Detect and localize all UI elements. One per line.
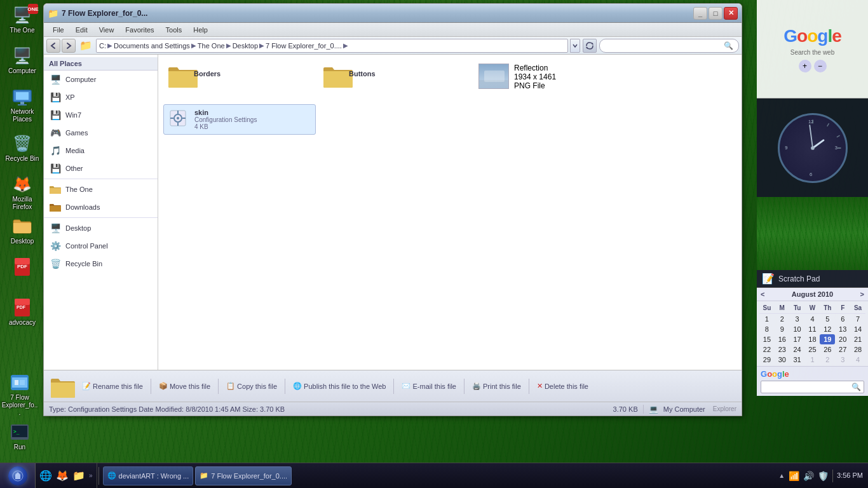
cal-cell[interactable]: 25 — [805, 344, 820, 355]
cal-cell[interactable]: 17 — [790, 334, 805, 344]
file-item-borders[interactable]: Borders — [163, 60, 316, 88]
cal-cell[interactable]: 4 — [850, 355, 865, 365]
close-button[interactable]: ✕ — [724, 7, 738, 20]
cal-cell[interactable]: 8 — [759, 324, 775, 334]
print-btn[interactable]: 🖨️ Print this file — [470, 381, 524, 391]
tray-security[interactable]: 🛡️ — [818, 471, 829, 481]
desktop-icon-network-places[interactable]: Network Places — [3, 84, 42, 126]
cal-cell[interactable]: 29 — [759, 355, 775, 365]
cal-cell[interactable]: 6 — [835, 314, 850, 324]
cal-cell[interactable]: 7 — [850, 314, 865, 324]
cal-cell[interactable]: 1 — [759, 314, 775, 324]
cal-cell[interactable]: 24 — [790, 344, 805, 355]
cal-cell[interactable]: 16 — [775, 334, 790, 344]
move-btn[interactable]: 📦 Move this file — [156, 381, 213, 391]
tray-network[interactable]: 📶 — [789, 471, 799, 481]
cal-cell[interactable]: 4 — [805, 314, 820, 324]
cal-cell[interactable]: 27 — [835, 344, 850, 355]
menu-favorites[interactable]: Favorites — [120, 25, 159, 35]
google-search-input[interactable] — [764, 383, 851, 391]
google-search-bar[interactable]: 🔍 — [761, 381, 864, 393]
sidebar-item-recycle-bin[interactable]: 🗑️ Recycle Bin — [44, 255, 158, 273]
address-dropdown-btn[interactable] — [570, 39, 580, 53]
nav-forward-button[interactable] — [62, 39, 76, 53]
desktop-icon-advocacy[interactable]: PDF advocacy — [3, 295, 42, 336]
cal-cell[interactable]: 30 — [775, 355, 790, 365]
cal-cell[interactable]: 20 — [835, 334, 850, 344]
google-prev-btn[interactable]: + — [799, 60, 811, 72]
ql-explorer[interactable]: 📁 — [71, 468, 86, 484]
desktop-icon-firefox[interactable]: 🦊 Mozilla Firefox — [3, 172, 42, 214]
tray-volume[interactable]: 🔊 — [803, 471, 814, 481]
calendar-prev[interactable]: < — [761, 290, 764, 298]
file-item-buttons[interactable]: Buttons — [318, 60, 471, 88]
cal-cell[interactable]: 28 — [850, 344, 865, 355]
email-btn[interactable]: ✉️ E-mail this file — [399, 381, 458, 391]
file-item-reflection[interactable]: Reflection 1934 x 1461 PNG File — [473, 60, 651, 94]
cal-cell[interactable]: 9 — [775, 324, 790, 334]
cal-cell[interactable]: 21 — [850, 334, 865, 344]
ql-firefox[interactable]: 🦊 — [55, 468, 70, 484]
cal-cell[interactable]: 13 — [835, 324, 850, 334]
scratch-pad[interactable]: 📝 Scratch Pad — [757, 270, 868, 288]
sidebar-item-computer[interactable]: 🖥️ Computer — [44, 71, 158, 88]
copy-btn[interactable]: 📋 Copy this file — [224, 381, 280, 391]
menu-file[interactable]: File — [48, 25, 69, 35]
tray-show-hidden[interactable]: ▲ — [778, 472, 785, 479]
cal-cell[interactable]: 2 — [820, 355, 835, 365]
cal-cell[interactable]: 22 — [759, 344, 775, 355]
desktop-icon-desktop[interactable]: Desktop — [3, 214, 42, 254]
desktop-icon-pdf[interactable]: PDF — [3, 254, 42, 295]
file-item-skin[interactable]: skin Configuration Settings 4 KB — [163, 104, 316, 135]
menu-help[interactable]: Help — [188, 25, 213, 35]
refresh-button[interactable] — [583, 39, 597, 53]
nav-back-button[interactable] — [46, 39, 60, 53]
cal-cell[interactable]: 23 — [775, 344, 790, 355]
start-button[interactable] — [0, 463, 36, 489]
desktop-icon-the-one[interactable]: ONE 🖥️ The One — [3, 3, 42, 43]
cal-cell[interactable]: 31 — [790, 355, 805, 365]
taskbar-devianart[interactable]: 🌐 deviantART : Wrong ... — [103, 466, 194, 485]
maximize-button[interactable]: □ — [709, 7, 722, 20]
cal-cell[interactable]: 5 — [820, 314, 835, 324]
cal-cell[interactable]: 11 — [805, 324, 820, 334]
desktop-icon-computer[interactable]: 🖥️ Computer — [3, 43, 42, 84]
cal-cell[interactable]: 3 — [790, 314, 805, 324]
cal-cell[interactable]: 15 — [759, 334, 775, 344]
breadcrumb-7flow[interactable]: 7 Flow Explorer_for_0.... — [266, 42, 342, 50]
minimize-button[interactable]: _ — [693, 7, 707, 20]
breadcrumb-docs[interactable]: Documents and Settings — [114, 42, 190, 50]
breadcrumb-desktop[interactable]: Desktop — [233, 42, 258, 50]
sidebar-item-control-panel[interactable]: ⚙️ Control Panel — [44, 237, 158, 255]
sidebar-item-media[interactable]: 🎵 Media — [44, 142, 158, 159]
sidebar-item-desktop[interactable]: 🖥️ Desktop — [44, 219, 158, 237]
sidebar-item-other[interactable]: 💾 Other — [44, 159, 158, 177]
desktop-icon-7flow[interactable]: 7 Flow Explorer_fo... — [0, 370, 39, 419]
desktop-icon-recycle-bin[interactable]: 🗑️ Recycle Bin — [3, 131, 42, 172]
cal-cell[interactable]: 14 — [850, 324, 865, 334]
sidebar-item-xp[interactable]: 💾 XP — [44, 88, 158, 106]
cal-cell[interactable]: 1 — [805, 355, 820, 365]
cal-cell[interactable]: 18 — [805, 334, 820, 344]
cal-cell[interactable]: 12 — [820, 324, 835, 334]
rename-btn[interactable]: 📝 Rename this file — [79, 381, 146, 391]
delete-btn[interactable]: ✕ Delete this file — [534, 381, 591, 391]
menu-view[interactable]: View — [94, 25, 119, 35]
calendar-next[interactable]: > — [860, 290, 864, 298]
cal-today[interactable]: 19 — [820, 334, 835, 344]
cal-cell[interactable]: 3 — [835, 355, 850, 365]
sidebar-item-the-one[interactable]: The One — [44, 180, 158, 198]
sidebar-item-downloads[interactable]: Downloads — [44, 198, 158, 216]
cal-cell[interactable]: 10 — [790, 324, 805, 334]
menu-tools[interactable]: Tools — [161, 25, 187, 35]
ql-ie[interactable]: 🌐 — [38, 468, 53, 484]
sidebar-item-games[interactable]: 🎮 Games — [44, 124, 158, 142]
cal-cell[interactable]: 2 — [775, 314, 790, 324]
desktop-icon-run[interactable]: >_ Run — [0, 419, 39, 460]
sidebar-item-win7[interactable]: 💾 Win7 — [44, 106, 158, 124]
taskbar-7flow[interactable]: 📁 7 Flow Explorer_for_0.... — [195, 466, 292, 485]
publish-btn[interactable]: 🌐 Publish this file to the Web — [290, 381, 388, 391]
breadcrumb-theone[interactable]: The One — [198, 42, 225, 50]
search-input[interactable] — [605, 42, 721, 50]
google-next-btn[interactable]: − — [814, 60, 827, 72]
